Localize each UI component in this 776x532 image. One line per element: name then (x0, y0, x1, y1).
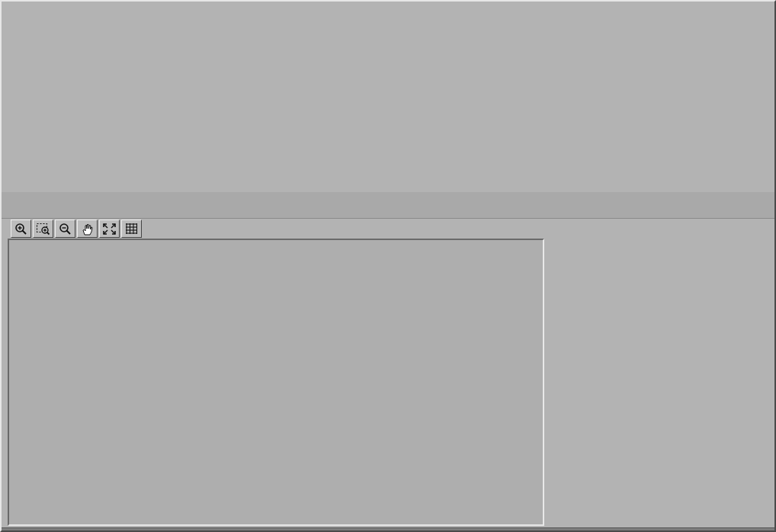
pan-button[interactable] (77, 220, 98, 238)
zoom-in-icon (14, 223, 28, 236)
speed-vs-time-plot[interactable] (9, 240, 543, 524)
zoom-area-button[interactable] (33, 220, 53, 238)
zoom-in-button[interactable] (11, 220, 31, 238)
passing-table (547, 384, 764, 386)
acceleration-table (547, 221, 764, 223)
zoom-out-button[interactable] (55, 220, 75, 238)
zoom-out-icon (58, 223, 72, 236)
zoom-area-icon (36, 223, 50, 236)
zero-speed-zero-table (547, 453, 764, 454)
grid-toggle-button[interactable] (121, 220, 142, 238)
window-bottom-edge (2, 527, 774, 530)
gtech-pass-window: { "runs": [ { "title": "Main Run", "comb… (0, 0, 776, 532)
chart-toolbar (11, 220, 142, 238)
zoom-extents-icon (102, 223, 117, 236)
pan-hand-icon (80, 223, 95, 236)
view-tab-bar (2, 192, 774, 219)
results-tables-region (547, 221, 773, 526)
zoom-extents-button[interactable] (99, 220, 120, 238)
speed-chart[interactable] (8, 239, 544, 526)
grid-icon (124, 223, 139, 236)
